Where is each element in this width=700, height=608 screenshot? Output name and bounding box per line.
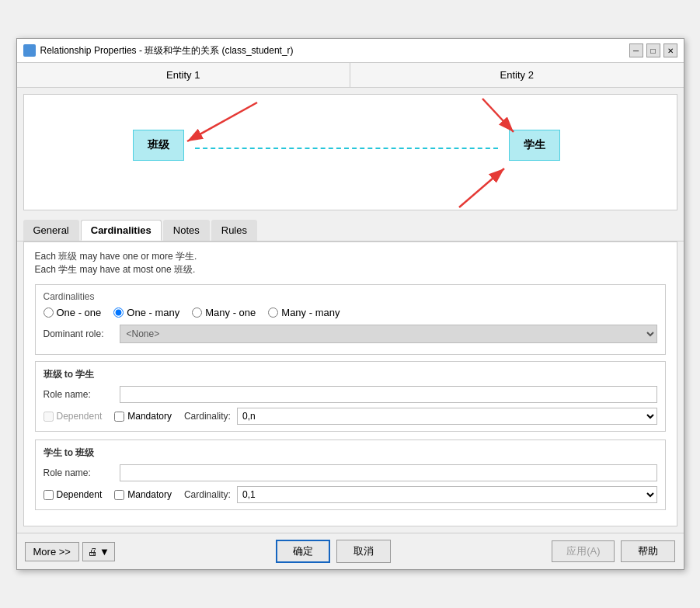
radio-many-many-label: Many - many [281,307,340,318]
dominant-role-label: Dominant role: [44,328,113,339]
tab-general[interactable]: General [23,220,79,241]
diagram-area: 班级 学生 [23,94,677,210]
dominant-role-row: Dominant role: <None> [44,325,657,343]
radio-one-one[interactable]: One - one [44,307,102,318]
radio-many-one-input[interactable] [192,307,202,318]
entity-header: Entity 1 Entity 2 [17,63,684,88]
group2-mandatory-checkbox[interactable] [114,490,124,500]
group2-box: 学生 to 班级 Role name: Dependent Mandatory … [35,439,666,510]
group1-role-label: Role name: [44,389,113,400]
tab-cardinalities[interactable]: Cardinalities [81,220,162,241]
radio-one-many-input[interactable] [113,307,124,318]
desc-line2: Each 学生 may have at most one 班级. [35,263,666,276]
radio-one-one-input[interactable] [44,307,54,318]
group1-role-row: Role name: [44,386,657,403]
bottom-left: More >> 🖨 ▼ [25,542,115,561]
svg-line-4 [459,169,504,207]
titlebar: Relationship Properties - 班级和学生的关系 (clas… [17,39,684,63]
cardinalities-label: Cardinalities [44,291,657,302]
group1-role-input[interactable] [120,386,657,403]
window-icon [23,44,36,57]
group2-role-row: Role name: [44,464,657,481]
bottom-right: 应用(A) 帮助 [552,540,675,562]
cancel-button[interactable]: 取消 [336,540,391,563]
group2-options-row: Dependent Mandatory Cardinality: 0,1 [44,486,657,503]
print-button[interactable]: 🖨 ▼ [82,542,115,561]
tab-rules[interactable]: Rules [211,220,257,241]
description: Each 班级 may have one or more 学生. Each 学生… [35,250,666,276]
group1-dependent-checkbox[interactable] [44,412,54,422]
help-button[interactable]: 帮助 [621,540,675,562]
desc-line1: Each 班级 may have one or more 学生. [35,250,666,263]
cardinality-radio-group: One - one One - many Many - one Many - m… [44,307,657,318]
group1-options-row: Dependent Mandatory Cardinality: 0,n [44,408,657,425]
svg-line-3 [482,99,514,132]
content-area: Each 班级 may have one or more 学生. Each 学生… [23,241,677,526]
dominant-role-select[interactable]: <None> [120,325,657,343]
titlebar-left: Relationship Properties - 班级和学生的关系 (clas… [23,44,294,57]
minimize-button[interactable]: ─ [629,43,643,57]
group1-box: 班级 to 学生 Role name: Dependent Mandatory … [35,361,666,432]
group2-cardinality-select[interactable]: 0,1 [237,486,657,503]
confirm-button[interactable]: 确定 [276,540,330,563]
group2-dependent-label[interactable]: Dependent [44,489,103,500]
bottom-bar: More >> 🖨 ▼ 确定 取消 应用(A) 帮助 [17,533,684,569]
titlebar-title: Relationship Properties - 班级和学生的关系 (clas… [40,44,294,57]
radio-one-many[interactable]: One - many [113,307,179,318]
group1-mandatory-checkbox[interactable] [114,412,124,422]
group2-mandatory-label[interactable]: Mandatory [114,489,172,500]
radio-many-many[interactable]: Many - many [268,307,340,318]
group2-title: 学生 to 班级 [44,446,657,460]
group1-cardinality-label: Cardinality: [184,411,231,422]
group2-role-label: Role name: [44,467,113,478]
print-icon: 🖨 [88,546,98,558]
group2-role-input[interactable] [120,464,657,481]
group1-mandatory-label[interactable]: Mandatory [114,411,172,422]
tabs: General Cardinalities Notes Rules [17,217,684,241]
diagram-arrows [24,95,677,210]
maximize-button[interactable]: □ [646,43,660,57]
entity2-header: Entity 2 [350,63,684,87]
radio-many-many-input[interactable] [268,307,278,318]
cardinalities-section: Cardinalities One - one One - many Many … [35,284,666,355]
radio-many-one-label: Many - one [205,307,256,318]
tab-notes[interactable]: Notes [163,220,210,241]
group1-cardinality-select[interactable]: 0,n [237,408,657,425]
more-button[interactable]: More >> [25,542,79,561]
svg-line-2 [187,102,257,141]
radio-one-many-label: One - many [127,307,179,318]
entity1-header: Entity 1 [17,63,351,87]
group2-dependent-checkbox[interactable] [44,490,54,500]
main-window: Relationship Properties - 班级和学生的关系 (clas… [16,38,684,570]
close-button[interactable]: ✕ [663,43,677,57]
group2-cardinality-label: Cardinality: [184,489,231,500]
titlebar-buttons: ─ □ ✕ [629,43,677,57]
group1-dependent-label[interactable]: Dependent [44,411,103,422]
print-dropdown-icon: ▼ [99,546,110,558]
radio-one-one-label: One - one [57,307,102,318]
group1-title: 班级 to 学生 [44,368,657,381]
bottom-center: 确定 取消 [276,540,391,563]
radio-many-one[interactable]: Many - one [192,307,256,318]
apply-button[interactable]: 应用(A) [552,540,615,562]
